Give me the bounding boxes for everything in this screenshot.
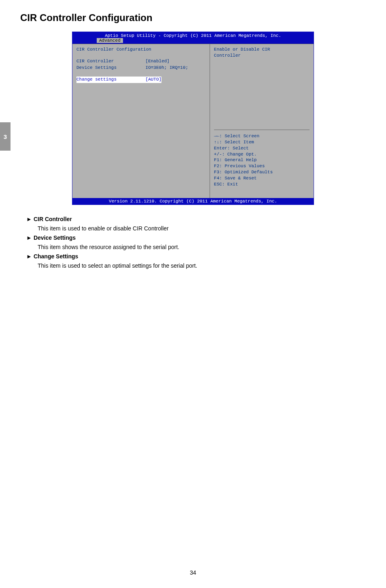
bios-value-selected: [AUTO] bbox=[146, 77, 162, 83]
bios-label-selected: Change settings bbox=[76, 77, 146, 83]
page-number: 34 bbox=[0, 569, 386, 576]
help-desc-line: Enable or Disable CIR bbox=[214, 47, 310, 53]
bios-footer: Version 2.11.1210. Copyright (C) 2011 Am… bbox=[72, 198, 314, 205]
desc-label: Device Settings bbox=[34, 234, 76, 241]
description-section: ► CIR Controller This item is used to en… bbox=[20, 215, 366, 270]
bios-section-title-text: CIR Controller Configuration bbox=[76, 47, 151, 53]
desc-item-change-settings: ► Change Settings bbox=[26, 252, 366, 261]
page-title: CIR Controller Configuration bbox=[20, 12, 366, 23]
help-key-line: F4: Save & Reset bbox=[214, 175, 310, 181]
desc-item-cir-controller: ► CIR Controller bbox=[26, 215, 366, 224]
desc-text: This item is used to select an optimal s… bbox=[26, 262, 366, 270]
bios-label: Device Settings bbox=[76, 65, 146, 71]
bios-tab-advanced[interactable]: Advanced bbox=[97, 38, 123, 43]
bios-row-change-settings[interactable]: Change settings [AUTO] bbox=[76, 77, 206, 83]
help-key-line: F2: Previous Values bbox=[214, 163, 310, 169]
bios-tab-row: Advanced bbox=[72, 38, 314, 44]
bios-label: CIR Controller bbox=[76, 58, 146, 64]
desc-text: This item is used to enable or disable C… bbox=[26, 224, 366, 233]
spacer bbox=[76, 71, 206, 77]
help-key-line: ↑↓: Select Item bbox=[214, 139, 310, 145]
desc-label: CIR Controller bbox=[34, 216, 72, 222]
desc-text: This item shows the resource assigned to… bbox=[26, 243, 366, 251]
bios-row-cir-controller[interactable]: CIR Controller [Enabled] bbox=[76, 58, 206, 64]
help-key-line: +/-: Change Opt. bbox=[214, 151, 310, 158]
bios-help-description: Enable or Disable CIR Controller bbox=[214, 47, 310, 130]
bios-header: Aptio Setup Utility - Copyright (C) 2011… bbox=[72, 32, 314, 38]
bios-value: [AUTO] bbox=[146, 77, 206, 83]
triangle-right-icon: ► bbox=[26, 215, 32, 224]
bios-value: IO=3E0h; IRQ=10; bbox=[146, 65, 206, 71]
bios-row-device-settings: Device Settings IO=3E0h; IRQ=10; bbox=[76, 65, 206, 71]
bios-right-panel: Enable or Disable CIR Controller →←: Sel… bbox=[210, 44, 314, 198]
triangle-right-icon: ► bbox=[26, 252, 32, 261]
help-desc-line: Controller bbox=[214, 53, 310, 59]
bios-value: [Enabled] bbox=[146, 58, 206, 64]
help-key-line: F3: Optimized Defaults bbox=[214, 169, 310, 175]
bios-body: CIR Controller Configuration CIR Control… bbox=[72, 44, 314, 198]
side-chapter-tab: 3 bbox=[0, 122, 11, 151]
help-key-line: F1: General Help bbox=[214, 157, 310, 163]
desc-label: Change Settings bbox=[34, 253, 78, 260]
desc-item-device-settings: ► Device Settings bbox=[26, 234, 366, 242]
bios-left-panel: CIR Controller Configuration CIR Control… bbox=[72, 44, 210, 198]
side-chapter-number: 3 bbox=[4, 133, 7, 140]
spacer bbox=[76, 53, 206, 58]
bios-section-title: CIR Controller Configuration bbox=[76, 47, 206, 53]
help-key-line: Enter: Select bbox=[214, 145, 310, 151]
help-key-line: →←: Select Screen bbox=[214, 133, 310, 139]
help-key-line: ESC: Exit bbox=[214, 181, 310, 187]
triangle-right-icon: ► bbox=[26, 234, 32, 242]
bios-key-help: →←: Select Screen ↑↓: Select Item Enter:… bbox=[214, 130, 310, 187]
bios-screen: Aptio Setup Utility - Copyright (C) 2011… bbox=[72, 32, 314, 205]
page-content: CIR Controller Configuration Aptio Setup… bbox=[0, 0, 386, 283]
